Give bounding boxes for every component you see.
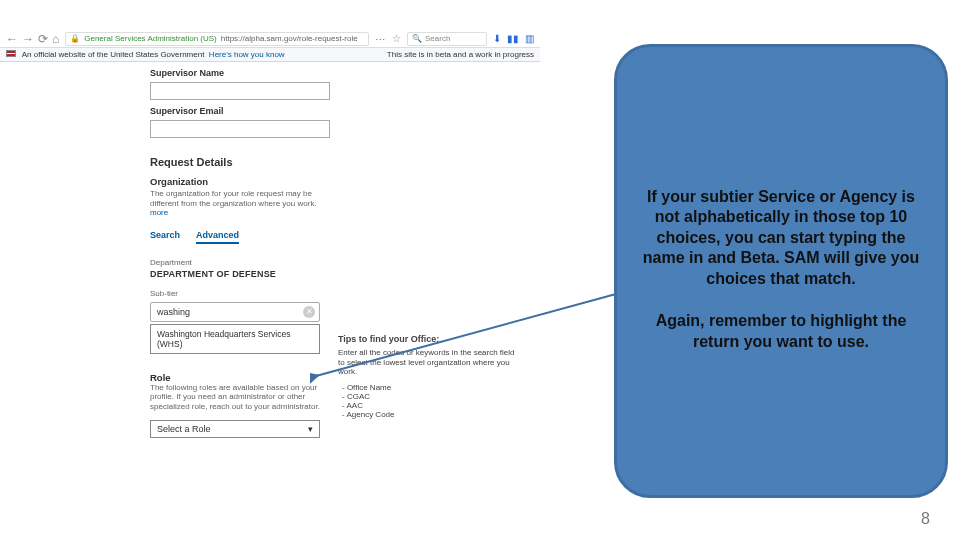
subtier-suggestion[interactable]: Washington Headquarters Services (WHS) <box>150 324 320 354</box>
tips-list: Office Name CGAC AAC Agency Code <box>338 383 518 419</box>
search-placeholder: Search <box>425 34 450 43</box>
tips-title: Tips to find your Office: <box>338 334 518 344</box>
forward-icon[interactable]: → <box>22 32 34 46</box>
department-value: DEPARTMENT OF DEFENSE <box>150 269 330 279</box>
reload-icon[interactable]: ⟳ <box>38 32 48 46</box>
home-icon[interactable]: ⌂ <box>52 32 59 46</box>
tips-item: Office Name <box>342 383 518 392</box>
us-flag-icon <box>6 50 16 57</box>
org-picker-tabs: Search Advanced <box>150 230 330 244</box>
download-icon[interactable]: ⬇ <box>493 33 501 44</box>
banner-right: This site is in beta and a work in progr… <box>387 50 534 59</box>
organization-label: Organization <box>150 176 330 187</box>
gov-banner: An official website of the United States… <box>0 48 540 62</box>
heres-how-link[interactable]: Here's how you know <box>209 50 285 59</box>
tips-item: AAC <box>342 401 518 410</box>
page-actions-icon[interactable]: ··· <box>375 34 386 44</box>
banner-left: An official website of the United States… <box>6 50 285 59</box>
subtier-input-value: washing <box>157 307 190 317</box>
bookmark-star-icon[interactable]: ☆ <box>392 33 401 44</box>
library-icon[interactable]: ▮▮ <box>507 33 519 44</box>
tips-item: CGAC <box>342 392 518 401</box>
tab-advanced[interactable]: Advanced <box>196 230 239 244</box>
supervisor-email-input[interactable] <box>150 120 330 138</box>
search-icon: 🔍 <box>412 34 422 43</box>
browser-chrome: ← → ⟳ ⌂ 🔒 General Services Administratio… <box>0 30 540 48</box>
request-details-heading: Request Details <box>150 156 330 168</box>
tab-search[interactable]: Search <box>150 230 180 244</box>
supervisor-name-label: Supervisor Name <box>150 68 330 78</box>
page-number: 8 <box>921 510 930 528</box>
org-more-link[interactable]: more <box>150 208 168 217</box>
callout-para-1: If your subtier Service or Agency is not… <box>635 187 927 289</box>
callout-para-2: Again, remember to highlight the return … <box>635 311 927 352</box>
address-bar[interactable]: 🔒 General Services Administration (US) h… <box>65 32 369 46</box>
back-icon[interactable]: ← <box>6 32 18 46</box>
clear-input-icon[interactable]: ✕ <box>303 306 315 318</box>
organization-help: The organization for your role request m… <box>150 189 330 218</box>
role-block: Role The following roles are available b… <box>150 372 330 438</box>
role-help: The following roles are available based … <box>150 383 330 412</box>
role-select[interactable]: Select a Role ▾ <box>150 420 320 438</box>
browser-nav-buttons: ← → ⟳ ⌂ <box>6 32 59 46</box>
instruction-callout: If your subtier Service or Agency is not… <box>614 44 948 498</box>
callout-text: If your subtier Service or Agency is not… <box>635 187 927 374</box>
ssl-org-label: General Services Administration (US) <box>84 34 217 43</box>
browser-search-box[interactable]: 🔍 Search <box>407 32 487 46</box>
tips-body: Enter all the codes or keywords in the s… <box>338 348 518 377</box>
subtier-label: Sub-tier <box>150 289 330 298</box>
url-text: https://alpha.sam.gov/role-request-role <box>221 34 358 43</box>
request-form: Supervisor Name Supervisor Email Request… <box>150 62 330 438</box>
department-label: Department <box>150 258 330 267</box>
tips-panel: Tips to find your Office: Enter all the … <box>338 334 518 419</box>
tips-item: Agency Code <box>342 410 518 419</box>
supervisor-email-label: Supervisor Email <box>150 106 330 116</box>
subtier-input[interactable]: washing ✕ <box>150 302 320 322</box>
role-label: Role <box>150 372 330 383</box>
browser-toolbar-icons: ⬇ ▮▮ ▥ <box>493 33 534 44</box>
supervisor-name-input[interactable] <box>150 82 330 100</box>
lock-icon: 🔒 <box>70 34 80 43</box>
chevron-down-icon: ▾ <box>308 424 313 434</box>
banner-text: An official website of the United States… <box>22 50 205 59</box>
role-select-placeholder: Select a Role <box>157 424 211 434</box>
sidebar-icon[interactable]: ▥ <box>525 33 534 44</box>
